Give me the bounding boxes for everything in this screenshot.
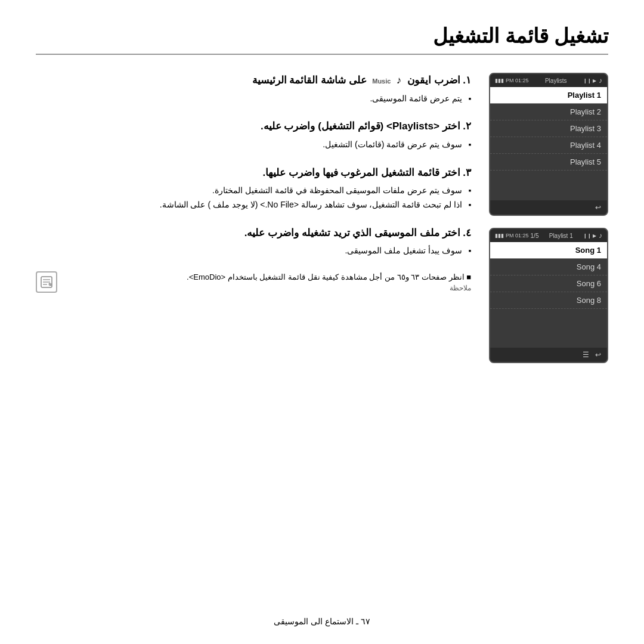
back-icon-1[interactable]: ↩ — [595, 203, 601, 212]
note-icon — [36, 271, 57, 293]
menu-icon-2[interactable]: ☰ — [583, 351, 589, 359]
song-item-8[interactable]: Song 8 — [490, 292, 607, 309]
screen2-footer: ↩ ☰ — [490, 348, 607, 362]
step3-bullet-1: سوف يتم عرض ملفات الموسيقى المحفوظة في ق… — [36, 184, 471, 198]
play-pause-1: ▶ ❙❙ — [583, 78, 596, 83]
pause-icon-2: ❙❙ — [583, 233, 592, 239]
battery-icon-2: ▮▮▮ — [495, 233, 504, 239]
play-pause-2: ▶ ❙❙ — [583, 233, 596, 239]
playlist-item-2[interactable]: Playlist 2 — [490, 104, 607, 120]
step2-title: ٢. اختر <Playlists> (قوائم التشغيل) واضر… — [36, 119, 471, 134]
song-item-4[interactable]: Song 4 — [490, 259, 607, 275]
screen2-list: Song 1 Song 4 Song 6 Song 8 — [490, 242, 607, 348]
device-screen-2: ♪ ▶ ❙❙ Playlist 1 1/5 01:25 PM ▮▮▮ Song — [489, 228, 608, 363]
music-note-icon-2: ♪ — [599, 231, 602, 240]
device-screen-1: ♪ ▶ ❙❙ Playlists 01:25 PM ▮▮▮ Playlist 1 — [489, 73, 608, 216]
note-text: ■ انظر صفحات ٦٣ و٦٥ من أجل مشاهدة كيفية … — [64, 271, 471, 284]
page-footer: ٦٧ ـ الاستماع الى الموسيقى — [0, 617, 644, 626]
page-title: تشغيل قائمة التشغيل — [36, 24, 608, 48]
step4-title: ٤. اختر ملف الموسيقى الذي تريد تشغيله وا… — [36, 225, 471, 241]
step1-title-text: ١. اضرب ايقون ♪ Music على شاشة القائمة ا… — [252, 75, 471, 86]
step1-title: ١. اضرب ايقون ♪ Music على شاشة القائمة ا… — [36, 73, 471, 88]
screen2-time: 01:25 PM — [506, 233, 529, 239]
play-icon-2: ▶ — [593, 233, 596, 239]
screen1-list: Playlist 1 Playlist 2 Playlist 3 Playlis… — [490, 87, 607, 200]
note-label: ملاحظة — [64, 284, 471, 292]
step-2: ٢. اختر <Playlists> (قوائم التشغيل) واضر… — [36, 119, 471, 151]
screen1-title: Playlists — [545, 78, 567, 84]
playlist-item-4[interactable]: Playlist 4 — [490, 137, 607, 154]
screen1-time: 01:25 PM — [506, 78, 529, 83]
step1-bullet: يتم عرض قائمة الموسيقى. — [36, 92, 471, 106]
note-box: ■ انظر صفحات ٦٣ و٦٥ من أجل مشاهدة كيفية … — [36, 271, 471, 293]
song-item-1[interactable]: Song 1 — [490, 242, 607, 259]
screen2-header: ♪ ▶ ❙❙ Playlist 1 1/5 01:25 PM ▮▮▮ — [490, 229, 607, 242]
title-divider — [36, 54, 608, 55]
music-note-icon-1: ♪ — [599, 76, 602, 85]
playlist-item-3[interactable]: Playlist 3 — [490, 120, 607, 137]
playlist-item-5[interactable]: Playlist 5 — [490, 154, 607, 171]
step-4: ٤. اختر ملف الموسيقى الذي تريد تشغيله وا… — [36, 225, 471, 258]
step2-bullet: سوف يتم عرض قائمة (قائمات) التشغيل. — [36, 138, 471, 152]
step3-bullet-2: اذا لم تبحث قائمة التشغيل، سوف تشاهد رسا… — [36, 198, 471, 212]
playlist-item-1[interactable]: Playlist 1 — [490, 87, 607, 104]
play-icon-1: ▶ — [593, 78, 596, 83]
back-icon-2[interactable]: ↩ — [595, 351, 601, 359]
step3-title: ٣. اختر قائمة التشغيل المرغوب فيها واضرب… — [36, 165, 471, 181]
battery-icon-1: ▮▮▮ — [495, 78, 504, 83]
step4-bullet: سوف يبدأ تشغيل ملف الموسيقى. — [36, 244, 471, 258]
screenshots-column: ♪ ▶ ❙❙ Playlists 01:25 PM ▮▮▮ Playlist 1 — [489, 73, 608, 363]
step-3: ٣. اختر قائمة التشغيل المرغوب فيها واضرب… — [36, 165, 471, 212]
screen2-title: Playlist 1 — [549, 233, 573, 239]
screen1-header: ♪ ▶ ❙❙ Playlists 01:25 PM ▮▮▮ — [490, 74, 607, 87]
page-number: ٦٧ ـ الاستماع الى الموسيقى — [274, 617, 370, 626]
song-item-6[interactable]: Song 6 — [490, 275, 607, 292]
step-1: ١. اضرب ايقون ♪ Music على شاشة القائمة ا… — [36, 73, 471, 106]
screen1-footer: ↩ — [490, 200, 607, 215]
instructions-column: ١. اضرب ايقون ♪ Music على شاشة القائمة ا… — [36, 73, 471, 293]
track-counter: 1/5 — [531, 233, 539, 239]
pause-icon-1: ❙❙ — [583, 78, 592, 83]
